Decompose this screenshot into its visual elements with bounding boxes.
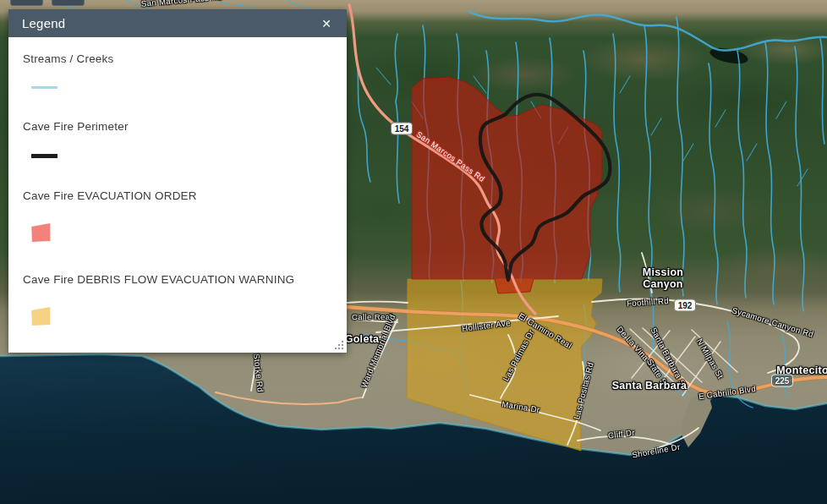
- legend-panel: Legend ✕ Streams / Creeks Cave Fire Peri…: [8, 9, 347, 353]
- legend-item-evacuation-order: Cave Fire EVACUATION ORDER: [23, 189, 333, 242]
- legend-item-label: Cave Fire DEBRIS FLOW EVACUATION WARNING: [23, 273, 333, 286]
- evacuation-order-polygon-swatch: [31, 223, 51, 242]
- legend-item-label: Streams / Creeks: [23, 52, 333, 65]
- perimeter-line-swatch: [31, 154, 58, 158]
- collapsed-widget-button-1[interactable]: [10, 0, 43, 6]
- map-canvas[interactable]: San Marcos Pass Rd San Marcos Pass Rd Ca…: [0, 0, 827, 504]
- legend-item-debris-flow-warning: Cave Fire DEBRIS FLOW EVACUATION WARNING: [23, 273, 333, 326]
- evacuation-order-zone[interactable]: [412, 77, 602, 293]
- debris-flow-warning-polygon-swatch: [31, 307, 51, 326]
- streams-line-swatch: [31, 86, 58, 89]
- legend-item-perimeter: Cave Fire Perimeter: [23, 120, 333, 158]
- legend-header[interactable]: Legend ✕: [8, 9, 347, 37]
- resize-grip-icon[interactable]: [333, 339, 344, 350]
- legend-title: Legend: [22, 16, 65, 30]
- legend-item-label: Cave Fire Perimeter: [23, 120, 333, 133]
- close-icon[interactable]: ✕: [318, 16, 335, 31]
- legend-item-streams: Streams / Creeks: [23, 52, 333, 89]
- legend-item-label: Cave Fire EVACUATION ORDER: [23, 189, 333, 202]
- legend-body: Streams / Creeks Cave Fire Perimeter Cav…: [8, 37, 347, 326]
- collapsed-widget-button-2[interactable]: [52, 0, 85, 6]
